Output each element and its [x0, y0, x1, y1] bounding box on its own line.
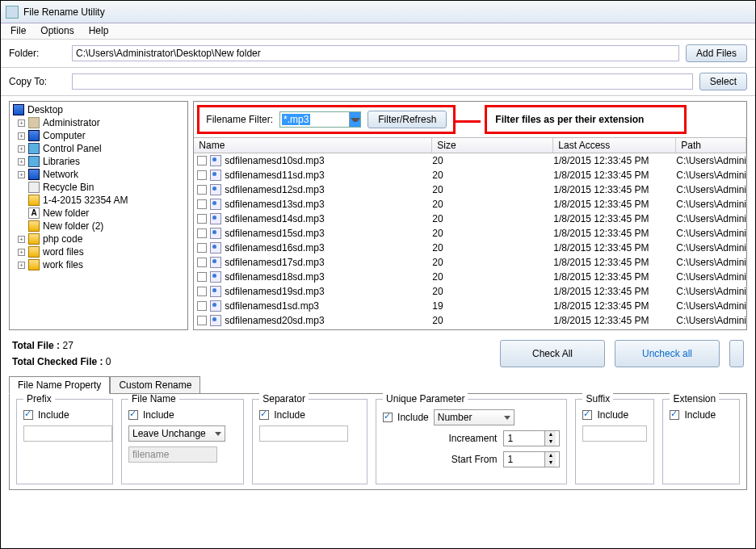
col-path[interactable]: Path: [676, 138, 746, 153]
expand-icon[interactable]: +: [18, 171, 25, 178]
expand-icon[interactable]: +: [18, 132, 25, 140]
tree-item[interactable]: 1-4-2015 32354 AM: [13, 194, 184, 207]
col-last[interactable]: Last Access: [553, 138, 676, 153]
group-suffix: Suffix Include: [575, 399, 654, 484]
unique-include-check[interactable]: [383, 413, 393, 422]
expand-icon[interactable]: +: [18, 236, 25, 243]
spin-down-icon[interactable]: ▼: [544, 459, 556, 467]
fld-icon: [28, 259, 40, 270]
col-size[interactable]: Size: [432, 138, 553, 153]
grid-row[interactable]: sdfilenamesd1sd.mp3191/8/2015 12:33:45 P…: [194, 299, 746, 313]
row-checkbox[interactable]: [197, 272, 207, 282]
select-button[interactable]: Select: [699, 73, 747, 90]
spin-up-icon[interactable]: ▲: [544, 452, 556, 459]
filter-input[interactable]: *.mp3: [279, 111, 361, 128]
row-checkbox[interactable]: [197, 316, 207, 325]
grid-row[interactable]: sdfilenamesd11sd.mp3201/8/2015 12:33:45 …: [194, 168, 746, 182]
prefix-input[interactable]: [23, 425, 112, 442]
row-checkbox[interactable]: [197, 170, 207, 180]
grid-row[interactable]: sdfilenamesd14sd.mp3201/8/2015 12:33:45 …: [194, 212, 746, 226]
separator-include-check[interactable]: [259, 410, 269, 420]
grid-row[interactable]: sdfilenamesd16sd.mp3201/8/2015 12:33:45 …: [194, 241, 746, 255]
folder-input[interactable]: [72, 45, 679, 61]
uncheck-all-button[interactable]: Uncheck all: [615, 340, 720, 367]
expand-icon[interactable]: +: [18, 119, 25, 127]
mon-icon: [28, 169, 40, 180]
grid-row[interactable]: sdfilenamesd15sd.mp3201/8/2015 12:33:45 …: [194, 226, 746, 241]
separator-input[interactable]: [259, 425, 348, 442]
row-checkbox[interactable]: [197, 199, 207, 209]
startfrom-spinner[interactable]: ▲▼: [503, 451, 560, 467]
tab-file-name-property[interactable]: File Name Property: [9, 376, 110, 394]
row-checkbox[interactable]: [197, 287, 207, 296]
unique-type-combo[interactable]: Number: [434, 409, 514, 425]
spin-down-icon[interactable]: ▼: [544, 438, 556, 446]
tree-item[interactable]: +Computer: [13, 129, 184, 142]
row-checkbox[interactable]: [197, 214, 207, 224]
increment-spinner[interactable]: ▲▼: [503, 430, 560, 446]
grid-row[interactable]: sdfilenamesd17sd.mp3201/8/2015 12:33:45 …: [194, 255, 746, 270]
menu-help[interactable]: Help: [89, 25, 109, 37]
extension-include-check[interactable]: [670, 410, 679, 420]
row-checkbox[interactable]: [197, 258, 207, 267]
row-checkbox[interactable]: [197, 228, 207, 238]
filter-refresh-button[interactable]: Filter/Refresh: [368, 111, 447, 128]
menu-file[interactable]: File: [10, 25, 26, 37]
grid-row[interactable]: sdfilenamesd21sd.mp3201/8/2015 12:33:45 …: [194, 328, 746, 329]
tab-custom-rename[interactable]: Custom Rename: [110, 376, 200, 394]
file-name: sdfilenamesd15sd.mp3: [225, 228, 324, 239]
file-icon: [210, 155, 221, 166]
row-checkbox[interactable]: [197, 185, 207, 195]
tree-item[interactable]: Recycle Bin: [13, 181, 184, 194]
grid-row[interactable]: sdfilenamesd10sd.mp3201/8/2015 12:33:45 …: [194, 153, 746, 168]
row-checkbox[interactable]: [197, 301, 207, 311]
file-icon: [210, 228, 221, 239]
expand-icon[interactable]: +: [18, 158, 25, 166]
file-last-access: 1/8/2015 12:33:45 PM: [553, 213, 676, 224]
prefix-include-check[interactable]: [23, 410, 33, 420]
copyto-input[interactable]: [72, 73, 693, 90]
grid-row[interactable]: sdfilenamesd13sd.mp3201/8/2015 12:33:45 …: [194, 197, 746, 212]
filename-title: File Name: [128, 393, 179, 404]
tree-item[interactable]: +Libraries: [13, 155, 184, 168]
add-files-button[interactable]: Add Files: [686, 44, 747, 62]
chevron-down-icon[interactable]: [349, 112, 360, 127]
tree-root[interactable]: Desktop: [13, 103, 184, 116]
menu-options[interactable]: Options: [40, 25, 74, 37]
spin-up-icon[interactable]: ▲: [544, 431, 556, 438]
tree-item[interactable]: +php code: [13, 233, 184, 245]
grid-body[interactable]: sdfilenamesd10sd.mp3201/8/2015 12:33:45 …: [194, 153, 746, 329]
suffix-include-check[interactable]: [582, 410, 592, 420]
col-name[interactable]: Name: [194, 138, 432, 153]
filename-mode-combo[interactable]: Leave Unchange: [128, 425, 225, 442]
folder-tree[interactable]: Desktop +Administrator+Computer+Control …: [9, 101, 188, 330]
suffix-input[interactable]: [582, 425, 647, 442]
tree-item[interactable]: ANew folder: [13, 207, 184, 220]
row-checkbox[interactable]: [197, 243, 207, 253]
file-path: C:\Users\Admini: [676, 271, 746, 283]
tree-item[interactable]: New folder (2): [13, 220, 184, 233]
file-icon: [210, 315, 221, 326]
row-checkbox[interactable]: [197, 156, 207, 166]
filename-include-check[interactable]: [128, 410, 138, 420]
tree-item[interactable]: +Administrator: [13, 116, 184, 129]
expand-icon[interactable]: +: [18, 249, 25, 256]
expand-icon[interactable]: +: [18, 145, 25, 153]
grid-row[interactable]: sdfilenamesd18sd.mp3201/8/2015 12:33:45 …: [194, 270, 746, 284]
grid-row[interactable]: sdfilenamesd12sd.mp3201/8/2015 12:33:45 …: [194, 182, 746, 197]
tree-item[interactable]: +work files: [13, 258, 184, 271]
tree-item[interactable]: +Control Panel: [13, 142, 184, 155]
file-last-access: 1/8/2015 12:33:45 PM: [553, 170, 676, 181]
file-icon: [210, 184, 221, 195]
file-size: 20: [432, 155, 553, 166]
grid-row[interactable]: sdfilenamesd19sd.mp3201/8/2015 12:33:45 …: [194, 284, 746, 299]
grid-row[interactable]: sdfilenamesd20sd.mp3201/8/2015 12:33:45 …: [194, 313, 746, 328]
expand-icon[interactable]: +: [18, 262, 25, 269]
tree-item[interactable]: +Network: [13, 168, 184, 181]
startfrom-value[interactable]: [504, 454, 544, 465]
extra-button[interactable]: [729, 340, 744, 367]
increment-value[interactable]: [504, 433, 544, 444]
tree-item[interactable]: +word files: [13, 245, 184, 258]
file-size: 20: [432, 286, 553, 297]
check-all-button[interactable]: Check All: [500, 340, 605, 367]
